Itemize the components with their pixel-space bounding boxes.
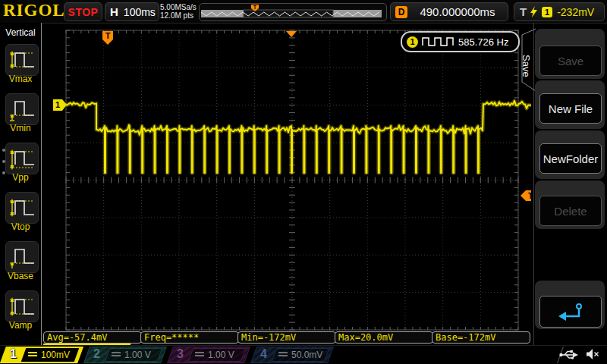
sidebar-item-vtop[interactable] <box>5 192 39 224</box>
sample-rate: 5.00MSa/s <box>160 3 197 11</box>
channel-status-bar: 1 100mV 2 1.00 V 3 1.00 V 4 50.0mV <box>0 345 607 364</box>
usb-icon <box>558 348 578 360</box>
vmin-label: Vmin <box>0 123 41 133</box>
trigger-level-label: T <box>528 192 531 200</box>
measurement-base[interactable]: Base=-172mV <box>432 331 530 344</box>
vamp-icon <box>8 294 36 318</box>
measurement-max[interactable]: Max=20.0mV <box>335 331 433 344</box>
vbase-label: Vbase <box>0 271 41 281</box>
overview-waveform: T <box>200 4 385 19</box>
vmin-icon <box>8 97 36 121</box>
scope-display: 1TT <box>42 23 531 331</box>
channel-4-scale: 50.0mV <box>291 350 322 360</box>
channel-2-scale: 1.00 V <box>124 350 151 360</box>
delay-value: 490.000000ms <box>407 5 508 18</box>
vpp-icon <box>8 146 36 171</box>
coupling-icon <box>28 352 37 356</box>
acquisition-info: 5.00MSa/s 12.0M pts <box>160 3 197 20</box>
overview-window[interactable] <box>244 10 333 17</box>
return-arrow-icon <box>557 302 584 322</box>
measurement-freq[interactable]: Freq=***** <box>140 331 239 344</box>
h-label: H <box>110 5 118 18</box>
sidebar-item-vmax[interactable] <box>5 44 39 76</box>
channel-2-status[interactable]: 2 1.00 V <box>86 347 164 363</box>
memory-depth: 12.0M pts <box>160 11 197 20</box>
page-dot <box>2 171 5 174</box>
frequency-counter: 1 585.726 Hz <box>401 31 520 52</box>
channel-3-status[interactable]: 3 1.00 V <box>170 347 247 363</box>
measure-sidebar: Vertical Vmax Vmin Vpp <box>0 23 42 345</box>
trigger-center-marker <box>286 31 297 37</box>
vmax-icon <box>8 48 36 72</box>
channel-3-number: 3 <box>177 347 184 361</box>
channel-4-status[interactable]: 4 50.0mV <box>253 347 331 363</box>
trigger-box[interactable]: T 1 -232mV <box>514 2 605 21</box>
channel-1-scale: 100mV <box>41 350 70 360</box>
channel-1-waveform <box>66 101 531 173</box>
trigger-label: T <box>520 5 527 18</box>
sidebar-item-vbase[interactable] <box>5 241 39 273</box>
waveform-overview-strip[interactable]: T <box>199 3 387 21</box>
square-wave-icon <box>422 36 454 48</box>
page-dot <box>2 160 5 163</box>
sidebar-item-vpp[interactable] <box>5 143 39 174</box>
channel-1-marker-label: 1 <box>55 100 60 109</box>
vbase-icon <box>8 245 36 269</box>
waveform-glow <box>66 101 531 173</box>
channel-3-scale: 1.00 V <box>208 350 234 360</box>
frequency-value: 585.726 Hz <box>458 36 509 48</box>
vmax-label: Vmax <box>0 74 41 84</box>
speaker-muted-icon <box>586 348 599 360</box>
coupling-icon <box>278 352 288 356</box>
horizontal-timebase-box[interactable]: H 100ms <box>105 2 159 21</box>
coupling-icon <box>195 352 204 356</box>
trigger-level-value: -232mV <box>557 6 594 18</box>
vtop-icon <box>8 196 36 220</box>
delay-label: D <box>395 6 407 18</box>
page-dot <box>2 149 5 152</box>
vtop-label: Vtop <box>0 221 41 232</box>
run-stop-status[interactable]: STOP <box>64 2 102 21</box>
menu-tab-title: Save <box>521 42 532 89</box>
measurement-avg[interactable]: Avg=-57.4mV <box>43 331 142 344</box>
measurement-min[interactable]: Min=-172mV <box>237 331 336 344</box>
coupling-icon <box>112 352 121 356</box>
vpp-label: Vpp <box>0 172 41 183</box>
channel-4-number: 4 <box>260 347 267 361</box>
save-button[interactable]: Save <box>539 46 602 76</box>
channel-2-number: 2 <box>93 347 100 361</box>
counter-channel-badge: 1 <box>407 36 418 48</box>
channel-1-status[interactable]: 1 100mV <box>3 347 80 363</box>
new-folder-button[interactable]: NewFolder <box>539 143 602 174</box>
top-status-bar: RIGOL STOP H 100ms 5.00MSa/s 12.0M pts T… <box>0 0 607 24</box>
sidebar-item-vmin[interactable] <box>5 93 39 125</box>
delete-button[interactable]: Delete <box>539 196 602 226</box>
delay-box[interactable]: D 490.000000ms <box>390 2 508 21</box>
rigol-logo: RIGOL <box>3 1 65 20</box>
vamp-label: Vamp <box>0 320 41 331</box>
sidebar-item-vamp[interactable] <box>5 290 39 322</box>
channel-1-number: 1 <box>10 347 17 361</box>
return-button[interactable] <box>539 296 602 328</box>
overview-trigger-label: T <box>253 5 257 10</box>
trigger-position-label: T <box>105 31 111 40</box>
timebase-value: 100ms <box>124 6 156 18</box>
sidebar-title: Vertical <box>0 27 41 38</box>
trigger-source-badge: 1 <box>542 7 552 17</box>
graticule-ticks <box>66 30 518 330</box>
edge-trigger-icon <box>530 6 538 18</box>
new-file-button[interactable]: New File <box>539 93 602 124</box>
